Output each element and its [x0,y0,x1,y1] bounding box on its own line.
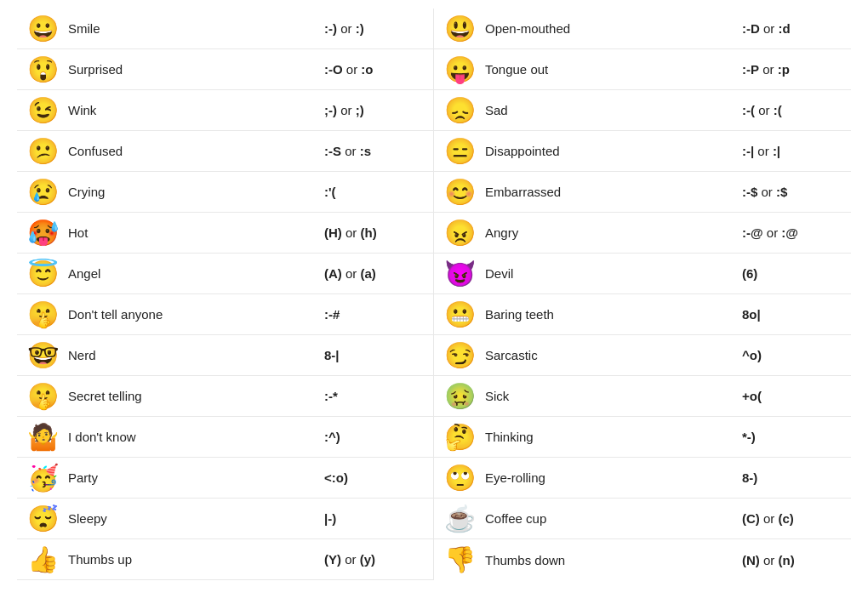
emoji-code-left-4: :'( [324,185,426,199]
emoji-icon-left-9: 🤫 [24,384,61,409]
emoji-code-left-0: :-) or :) [324,21,426,36]
emoji-row-left-10: 🤷I don't know:^) [17,417,434,458]
emoji-row-left-11: 🥳Party<:o) [17,458,434,499]
emoji-code-right-11: 8-) [742,470,844,485]
emoji-code-right-12: (C) or (c) [742,511,844,526]
emoji-row-right-1: 😛Tongue out:-P or :p [434,49,851,90]
emoji-row-right-13: 👎Thumbs down(N) or (n) [434,539,851,580]
emoji-icon-right-2: 😞 [441,98,478,123]
emoji-icon-right-5: 😠 [441,220,478,246]
emoji-name-left-7: Don't tell anyone [61,307,324,322]
emoji-icon-left-10: 🤷 [24,425,61,450]
emoji-code-left-6: (A) or (a) [324,266,426,281]
emoji-icon-right-0: 😃 [441,16,478,42]
emoji-icon-right-3: 😑 [441,139,478,164]
emoji-name-right-8: Sarcastic [478,348,742,362]
emoji-row-left-13: 👍Thumbs up(Y) or (y) [17,539,434,580]
emoji-code-left-12: |-) [324,511,426,526]
emoji-name-right-12: Coffee cup [478,511,742,526]
emoji-row-left-9: 🤫Secret telling:-* [17,376,434,417]
emoji-code-right-6: (6) [742,266,844,281]
emoji-code-left-1: :-O or :o [324,62,426,77]
emoji-icon-left-11: 🥳 [24,465,61,491]
emoji-code-left-13: (Y) or (y) [324,552,426,567]
emoji-row-right-8: 😏Sarcastic^o) [434,335,851,376]
emoji-row-right-9: 🤢Sick+o( [434,376,851,417]
emoji-name-right-10: Thinking [478,430,742,444]
emoji-row-right-10: 🤔Thinking*-) [434,417,851,458]
emoji-icon-left-7: 🤫 [24,302,61,328]
emoji-icon-left-0: 😀 [24,16,61,42]
emoji-code-right-7: 8o| [742,307,844,322]
emoji-row-left-6: 😇Angel(A) or (a) [17,254,434,294]
emoji-code-left-3: :-S or :s [324,144,426,158]
emoji-row-left-12: 😴Sleepy|-) [17,499,434,539]
emoji-table: 😀Smile:-) or :)😃Open-mouthed:-D or :d😲Su… [17,9,851,580]
emoji-name-left-2: Wink [61,103,324,117]
emoji-code-right-1: :-P or :p [742,62,844,77]
emoji-name-left-5: Hot [61,225,324,240]
emoji-name-left-13: Thumbs up [61,552,324,567]
emoji-name-left-0: Smile [61,21,324,36]
emoji-icon-right-13: 👎 [441,547,478,573]
emoji-icon-right-12: ☕ [441,506,478,532]
emoji-row-left-2: 😉Wink;-) or ;) [17,90,434,131]
emoji-name-left-4: Crying [61,185,324,199]
emoji-icon-right-8: 😏 [441,343,478,368]
emoji-name-right-5: Angry [478,225,742,240]
emoji-icon-right-6: 😈 [441,261,478,287]
emoji-row-right-6: 😈Devil(6) [434,254,851,294]
emoji-name-right-6: Devil [478,266,742,281]
emoji-row-right-4: 😊Embarrassed:-$ or :$ [434,172,851,213]
emoji-row-right-3: 😑Disappointed:-| or :| [434,131,851,172]
emoji-icon-right-11: 🙄 [441,465,478,491]
emoji-icon-right-7: 😬 [441,302,478,328]
emoji-icon-left-4: 😢 [24,179,61,205]
emoji-row-left-4: 😢Crying:'( [17,172,434,213]
emoji-icon-right-9: 🤢 [441,384,478,409]
emoji-code-right-3: :-| or :| [742,144,844,158]
emoji-row-left-5: 🥵Hot(H) or (h) [17,213,434,254]
emoji-code-right-13: (N) or (n) [742,553,844,567]
emoji-icon-left-1: 😲 [24,57,61,83]
emoji-row-left-8: 🤓Nerd8-| [17,335,434,376]
emoji-name-left-10: I don't know [61,430,324,444]
emoji-code-left-10: :^) [324,430,426,444]
emoji-name-left-3: Confused [61,144,324,158]
emoji-row-left-3: 😕Confused:-S or :s [17,131,434,172]
emoji-icon-left-3: 😕 [24,139,61,164]
emoji-row-left-0: 😀Smile:-) or :) [17,9,434,49]
emoji-name-right-1: Tongue out [478,62,742,77]
emoji-icon-left-2: 😉 [24,98,61,123]
emoji-code-right-0: :-D or :d [742,21,844,36]
emoji-row-right-0: 😃Open-mouthed:-D or :d [434,9,851,49]
emoji-icon-right-4: 😊 [441,179,478,205]
emoji-row-left-7: 🤫Don't tell anyone:-# [17,294,434,335]
emoji-row-right-12: ☕Coffee cup(C) or (c) [434,499,851,539]
emoji-name-left-6: Angel [61,266,324,281]
emoji-icon-right-10: 🤔 [441,425,478,450]
emoji-code-right-4: :-$ or :$ [742,185,844,199]
emoji-code-left-5: (H) or (h) [324,225,426,240]
emoji-name-left-12: Sleepy [61,511,324,526]
emoji-icon-right-1: 😛 [441,57,478,83]
emoji-code-right-2: :-( or :( [742,103,844,117]
emoji-icon-left-8: 🤓 [24,343,61,368]
emoji-row-right-5: 😠Angry:-@ or :@ [434,213,851,254]
emoji-name-right-11: Eye-rolling [478,470,742,485]
emoji-code-left-8: 8-| [324,348,426,362]
emoji-row-right-11: 🙄Eye-rolling8-) [434,458,851,499]
emoji-name-right-3: Disappointed [478,144,742,158]
emoji-row-left-1: 😲Surprised:-O or :o [17,49,434,90]
emoji-icon-left-12: 😴 [24,506,61,532]
emoji-code-right-8: ^o) [742,348,844,362]
emoji-name-right-2: Sad [478,103,742,117]
emoji-code-right-5: :-@ or :@ [742,225,844,240]
emoji-name-left-8: Nerd [61,348,324,362]
emoji-name-left-11: Party [61,470,324,485]
emoji-row-right-7: 😬Baring teeth8o| [434,294,851,335]
emoji-name-right-13: Thumbs down [478,553,742,567]
emoji-name-left-1: Surprised [61,62,324,77]
emoji-code-right-10: *-) [742,430,844,444]
emoji-code-right-9: +o( [742,389,844,403]
